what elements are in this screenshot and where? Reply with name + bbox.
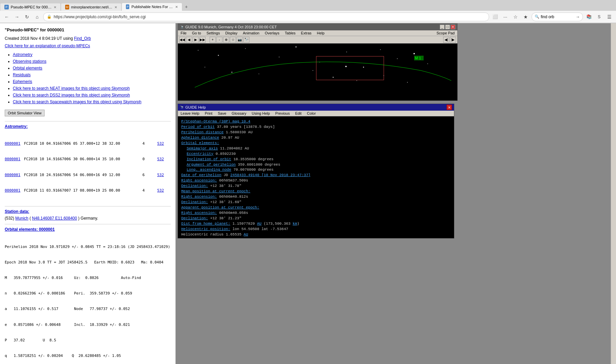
help-dist-au-link[interactable]: AU <box>257 222 261 226</box>
astro-link-3a[interactable]: 0000001 <box>5 172 20 177</box>
guide-tb-6[interactable]: ☆ <box>230 37 236 43</box>
guide-menu-extras[interactable]: Extras <box>298 30 314 36</box>
explanation-link[interactable]: Click here for an explanation of pseudo-… <box>5 44 90 48</box>
help-aphelion-label[interactable]: Aphelion distance <box>181 136 219 140</box>
guide-menu-tables[interactable]: Tables <box>282 30 298 36</box>
search-submit[interactable]: → <box>576 15 580 19</box>
station-title-link[interactable]: Station data: <box>5 209 29 214</box>
help-inclination-label[interactable]: Inclination of orbit <box>187 157 231 161</box>
guide-tb-4[interactable]: ▶▶ <box>199 37 206 43</box>
help-close-button[interactable]: ✕ <box>447 105 452 110</box>
back-button[interactable]: ← <box>3 13 11 21</box>
guide-tb-next[interactable]: |▶ <box>450 37 456 43</box>
star-button[interactable]: ★ <box>521 13 530 21</box>
astro-link-2a[interactable]: 0000001 <box>5 157 20 162</box>
guide-menu-overlays[interactable]: Overlays <box>262 30 282 36</box>
astro-link-4b[interactable]: 532 <box>157 188 164 193</box>
guide-tb-8[interactable]: 🔭 <box>243 37 249 43</box>
tab-close-2[interactable]: ✕ <box>114 5 117 9</box>
help-perihelion-label[interactable]: Perihelion distance <box>181 130 223 134</box>
right-scrollbar[interactable] <box>611 23 616 364</box>
help-app-ra-label[interactable]: Right ascension: <box>181 211 217 215</box>
guide-tb-7[interactable]: 📷 <box>237 37 243 43</box>
guide-tb-5[interactable]: ⊕ <box>223 37 229 43</box>
help-dec2-label[interactable]: Declination: <box>181 200 208 204</box>
astro-link-4a[interactable]: 0000001 <box>5 188 20 193</box>
guide-menu-file[interactable]: File <box>178 30 189 36</box>
search-input[interactable] <box>541 15 574 19</box>
library-button[interactable]: 📚 <box>585 13 593 21</box>
orbital-title-link[interactable]: Orbital elements: 0000001 <box>5 226 171 232</box>
help-menu-leave[interactable]: Leave Help <box>178 111 202 116</box>
new-tab-button[interactable]: + <box>182 3 190 11</box>
tab-pseudo-mpec[interactable]: P Pseudo-MPEC for 0000001 ✕ <box>0 3 61 11</box>
tab-mpc[interactable]: M minorplanetcenter.net/iau/list... ✕ <box>61 3 122 11</box>
home-button[interactable]: ⌂ <box>33 13 41 21</box>
help-orbital-elements-label[interactable]: Orbital elements: <box>181 141 219 145</box>
help-date-perihelion-jd[interactable]: 2458433.49140 [10 Nov 2018 23:47:37] <box>230 173 311 177</box>
guide-minimize-button[interactable]: _ <box>440 25 445 29</box>
guide-tb-zoom-in[interactable]: + <box>210 37 216 43</box>
guide-star-canvas[interactable]: M 1 <box>178 44 457 101</box>
help-menu-previous[interactable]: Previous <box>273 111 293 116</box>
help-menu-glossary[interactable]: Glossary <box>229 111 249 116</box>
astro-link-2b[interactable]: 532 <box>157 157 164 162</box>
sync-button[interactable]: S <box>595 13 603 21</box>
orbit-simulator-button[interactable]: Orbit Simulator View <box>5 110 45 116</box>
help-dist-km-link[interactable]: km <box>293 222 297 226</box>
help-menu-color[interactable]: Color <box>304 111 318 116</box>
guide-menu-display[interactable]: Display <box>222 30 240 36</box>
tab-publishable[interactable]: P Publishable Notes For Observat... ✕ <box>122 3 182 11</box>
forward-button[interactable]: → <box>13 13 21 21</box>
guide-menu-settings[interactable]: Settings <box>204 30 223 36</box>
pocket-button[interactable]: ☆ <box>511 13 519 21</box>
help-arg-perihelion-label[interactable]: Argument of perihelion <box>187 163 236 167</box>
guide-scope-pad[interactable]: Scope Pad <box>434 30 457 36</box>
help-date-perihelion-label[interactable]: Date of perihelion <box>181 173 221 177</box>
help-dist-label[interactable]: Dist from home planet: <box>181 222 230 226</box>
help-eccentricity-label[interactable]: Eccentricity <box>187 152 213 156</box>
tab-close-3[interactable]: ✕ <box>175 5 178 9</box>
menu-button[interactable]: ··· <box>501 13 509 21</box>
search-bar[interactable]: 🔍 → <box>532 12 583 21</box>
guide-tb-3[interactable]: ▶ <box>193 37 199 43</box>
guide-tb-2[interactable]: ◀ <box>186 37 192 43</box>
guide-titlebar[interactable]: 🔭 GUIDE 9.0 Munich, Germany 4 Oct 2018 2… <box>178 24 457 30</box>
help-apparent-link[interactable]: Apparent position at current epoch: <box>181 205 259 209</box>
help-menu-print[interactable]: Print <box>202 111 215 116</box>
help-helio-pos-label[interactable]: Heliocentric position: <box>181 227 230 231</box>
help-titlebar[interactable]: 🔭 GUIDE Help ✕ <box>178 104 454 111</box>
tab-close-1[interactable]: ✕ <box>54 5 56 9</box>
guide-close-button[interactable]: ✕ <box>451 25 455 29</box>
station-coords-link[interactable]: N48.14608​7 E11.608400 <box>32 216 77 221</box>
help-app-dec-label[interactable]: Declination: <box>181 216 208 220</box>
astro-link-1b[interactable]: 532 <box>157 141 164 146</box>
guide-menu-animation[interactable]: Animation <box>240 30 262 36</box>
help-menu-edit[interactable]: Edit <box>292 111 304 116</box>
guide-tb-1[interactable]: ◀◀ <box>179 37 185 43</box>
refresh-button[interactable]: ↻ <box>23 13 31 21</box>
help-semimajor-label[interactable]: Semimajor axis <box>187 146 218 150</box>
help-menu-save[interactable]: Save <box>215 111 229 116</box>
find-orb-link[interactable]: Find_Orb <box>74 36 91 41</box>
address-bar[interactable]: 🔒 https://www.projectpluto.com/cgi-bin/f… <box>43 12 489 21</box>
astro-link-1a[interactable]: 0000001 <box>5 141 20 146</box>
help-helio-au-link[interactable]: AU <box>244 232 248 236</box>
help-mean-ra-label[interactable]: Right ascension: <box>181 178 217 183</box>
help-mean-pos-link[interactable]: Mean position at current epoch: <box>181 189 250 193</box>
help-illuminated-label[interactable]: 90.17% illuminated <box>181 238 221 238</box>
guide-maximize-button[interactable]: □ <box>445 25 450 29</box>
bookmark-button[interactable]: ⬜ <box>491 13 499 21</box>
guide-menu-help[interactable]: Help <box>314 30 327 36</box>
help-object-link[interactable]: P/Stephan-Oterma (38P) mag 10.4 <box>181 119 250 123</box>
help-menu-using[interactable]: Using Help <box>249 111 273 116</box>
guide-tb-zoom-out[interactable]: - <box>216 37 222 43</box>
help-period-label[interactable]: Period of orbit <box>181 125 215 129</box>
extensions-button[interactable]: ☰ <box>605 13 613 21</box>
station-name-link[interactable]: Munich <box>15 216 28 221</box>
help-long-asc-label[interactable]: Long. ascending node <box>187 168 231 172</box>
guide-menu-goto[interactable]: Go to <box>189 30 204 36</box>
guide-tb-prev[interactable]: ◀| <box>443 37 449 43</box>
help-ra2-label[interactable]: Right ascension: <box>181 195 217 199</box>
help-mean-dec-label[interactable]: Declination: <box>181 184 208 188</box>
